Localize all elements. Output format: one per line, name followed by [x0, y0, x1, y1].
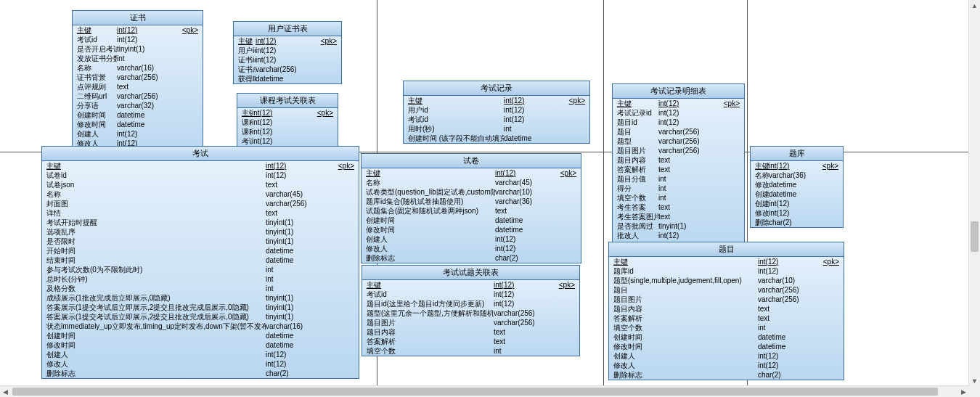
- entity-exam[interactable]: 考试主键int(12)<pk>试卷idint(12)试卷jsontext名称va…: [41, 146, 359, 379]
- column-row: 创建人int(12): [73, 129, 203, 139]
- column-row: 主键int(12)<pk>: [404, 96, 589, 105]
- column-key: [334, 227, 354, 237]
- entity-title: 题目: [609, 242, 844, 257]
- column-row: 主键int(12)<pk>: [42, 161, 359, 171]
- column-row: 主键int(12)<pk>: [613, 99, 744, 108]
- column-type: datetime: [769, 189, 821, 199]
- entity-cert[interactable]: 证书主键int(12)<pk>考试idint(12)是否开启考试证书tinyin…: [72, 10, 203, 158]
- column-name: 修改时间: [755, 180, 769, 189]
- scroll-down-icon[interactable]: ▼: [969, 375, 980, 386]
- column-row: 证书idint(12): [234, 55, 341, 65]
- entity-courserel[interactable]: 课程考试关联表主键int(12)<pk>课程idint(12)课程类型int(1…: [237, 93, 338, 147]
- vertical-scrollbar[interactable]: ▲ ▼: [968, 0, 980, 397]
- column-type: int: [266, 284, 334, 293]
- diagram-canvas[interactable]: 证书主键int(12)<pk>考试idint(12)是否开启考试证书tinyin…: [0, 0, 980, 397]
- column-key: [556, 234, 576, 244]
- column-key: [178, 91, 198, 101]
- column-type: varchar(45): [495, 178, 556, 187]
- column-key: [334, 303, 354, 312]
- column-row: 创建人int(12): [751, 199, 843, 208]
- column-type: int(12): [658, 99, 719, 108]
- entity-question[interactable]: 题目主键int(12)<pk>题库idint(12)题型(single,mult…: [608, 242, 844, 380]
- column-key: [555, 318, 575, 327]
- column-row: 批改人int(12): [613, 231, 744, 240]
- column-row: 总时长(分钟)int: [42, 274, 359, 284]
- entity-recdetail[interactable]: 考试记录明细表主键int(12)<pk>考试记录idint(12)题目idint…: [612, 83, 745, 250]
- column-name: 结束时间: [46, 255, 266, 265]
- column-row: 考试idint(12): [73, 35, 203, 44]
- column-type: text: [658, 202, 719, 212]
- column-key: [334, 359, 354, 369]
- column-key: [719, 202, 740, 212]
- column-name: 答案解析: [613, 314, 758, 323]
- column-name: 题目图片: [367, 318, 494, 327]
- column-name: 发放证书分数条件: [77, 54, 117, 63]
- column-key: [819, 295, 839, 304]
- column-type: int(12): [658, 118, 719, 127]
- column-row: 证书背景varchar(256): [73, 73, 203, 82]
- column-row: 题型(single,multiple,judgement,fill,open)v…: [609, 276, 844, 285]
- column-row: 点评规则text: [73, 82, 203, 91]
- column-type: int(12): [266, 161, 334, 171]
- column-row: 主键int(12)<pk>: [234, 36, 341, 46]
- column-key: [334, 284, 354, 293]
- entity-examqrel[interactable]: 考试试题关联表主键int(12)<pk>考试idint(12)题目id(这里给个…: [362, 265, 580, 356]
- scroll-right-icon[interactable]: ▶: [958, 386, 969, 397]
- entity-title: 考试试题关联表: [362, 266, 579, 280]
- column-key: [178, 35, 198, 44]
- column-key: [317, 65, 337, 74]
- column-type: varchar(256): [266, 199, 334, 208]
- column-name: 题目图片: [617, 146, 658, 155]
- column-type: varchar(256): [117, 73, 178, 82]
- column-name: 创建时间 (该字段不能自动填充): [408, 134, 504, 143]
- column-name: 删除标志: [366, 253, 495, 263]
- column-key: [313, 118, 333, 127]
- column-row: 是否开启考试证书tinyint(1): [73, 44, 203, 54]
- entity-examrec[interactable]: 考试记录主键int(12)<pk>用户idint(12)考试idint(12)用…: [403, 81, 590, 144]
- column-name: 主键: [755, 161, 769, 171]
- entity-qlib[interactable]: 题库主键int(12)<pk>名称varchar(36)修改时间datetime…: [750, 146, 844, 228]
- column-name: 修改时间: [366, 225, 495, 234]
- column-row: 是否批阅过tinyint(1): [613, 221, 744, 231]
- column-key: <pk>: [334, 161, 354, 171]
- column-row: 考生答案text: [613, 202, 744, 212]
- column-type: int(12): [504, 105, 565, 115]
- column-row: 删除标志char(2): [362, 253, 581, 263]
- entity-title: 考试记录: [404, 81, 589, 96]
- column-name: 封面图: [46, 199, 266, 208]
- column-key: [334, 350, 354, 359]
- column-name: 填空个数: [613, 323, 758, 332]
- column-type: int(12): [504, 96, 565, 105]
- scroll-up-icon[interactable]: ▲: [969, 0, 980, 11]
- column-name: 创建时间: [613, 332, 758, 342]
- column-type: varchar(256): [117, 91, 178, 101]
- scroll-left-icon[interactable]: ◀: [0, 386, 11, 397]
- column-type: varchar(256): [494, 308, 555, 318]
- column-row: 答案展示(1提交考试后立即展示,2提交且批改完成后展示,0隐藏)tinyint(…: [42, 303, 359, 312]
- entity-paper[interactable]: 试卷主键int(12)<pk>名称varchar(45)试卷类型(questio…: [361, 153, 581, 263]
- column-name: 考试id: [367, 290, 494, 299]
- column-key: [334, 340, 354, 350]
- horizontal-scrollbar[interactable]: ◀ ▶: [0, 385, 969, 397]
- column-row: 主键int(12)<pk>: [73, 25, 203, 35]
- column-name: 创建人: [77, 129, 117, 139]
- column-type: datetime: [758, 332, 819, 342]
- entity-title: 试卷: [362, 154, 581, 168]
- column-row: 结束时间datetime: [42, 255, 359, 265]
- column-key: [556, 216, 576, 225]
- entity-ucert[interactable]: 用户证书表主键int(12)<pk>用户idint(12)证书idint(12)…: [233, 21, 342, 84]
- column-key: [556, 225, 576, 234]
- column-row: 修改时间datetime: [751, 180, 843, 189]
- column-name: 创建时间: [366, 216, 495, 225]
- column-type: int(12): [266, 359, 334, 369]
- column-key: [313, 136, 333, 146]
- column-type: text: [266, 208, 334, 218]
- scroll-thumb[interactable]: [971, 221, 979, 252]
- column-key: [819, 332, 839, 342]
- hscroll-thumb[interactable]: [12, 388, 938, 396]
- column-name: 主键: [242, 108, 252, 118]
- column-key: [719, 165, 740, 174]
- column-row: 删除标志char(2): [42, 369, 359, 378]
- column-row: 题目内容text: [613, 155, 744, 165]
- column-name: 试卷类型(question_lib固定试卷,custom随机试卷): [366, 187, 495, 197]
